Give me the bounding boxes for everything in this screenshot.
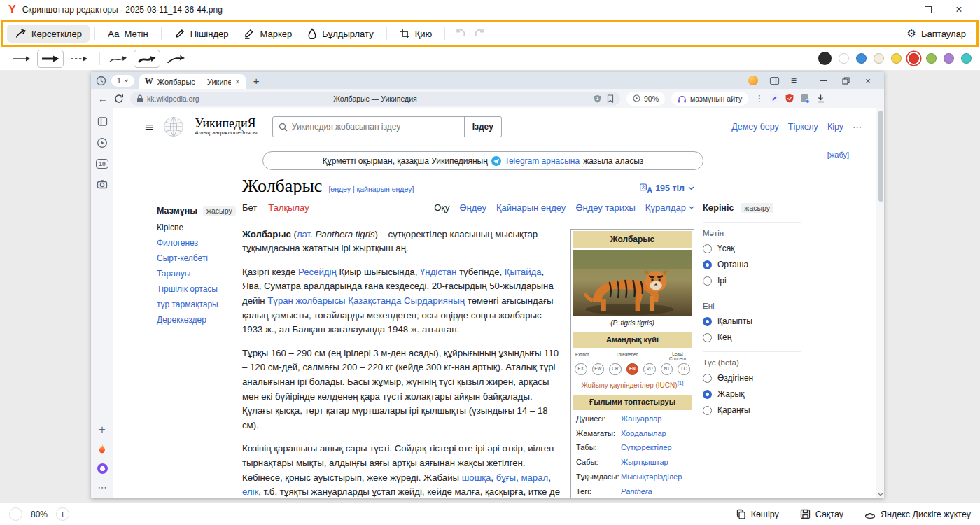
tab-page[interactable]: Бет — [242, 202, 257, 213]
radio-color-auto[interactable]: Өздігінен — [703, 373, 801, 383]
color-swatch-1[interactable] — [839, 53, 849, 64]
tab-close-icon[interactable]: × — [235, 77, 240, 87]
arrow-style-curve-thin[interactable] — [105, 50, 132, 68]
color-swatch-7[interactable] — [944, 53, 954, 64]
tiger-image[interactable] — [573, 250, 692, 316]
toc-item-distribution[interactable]: Таралуы — [157, 269, 242, 279]
tab-read[interactable]: Оқу — [434, 202, 449, 213]
sidebar-add-icon[interactable]: + — [99, 424, 105, 435]
language-selector[interactable]: A 195 тіл — [640, 183, 694, 193]
radio-text-small[interactable]: Ұсақ — [703, 244, 801, 253]
color-swatch-5[interactable] — [909, 53, 919, 64]
undo-button[interactable] — [450, 24, 470, 43]
more-menu-icon[interactable]: ⋮ — [755, 93, 764, 104]
wiki-header-more-icon[interactable]: ⋯ — [853, 122, 862, 132]
color-swatch-2[interactable] — [856, 53, 867, 64]
tab-edit-source[interactable]: Қайнарын өңдеу — [496, 202, 566, 213]
redo-button[interactable] — [470, 24, 489, 43]
sidebar-play-icon[interactable] — [97, 137, 108, 148]
color-swatch-8[interactable] — [961, 53, 972, 64]
scroll-down-icon[interactable] — [876, 493, 884, 496]
read-aloud-button[interactable]: мазмұнын айту — [671, 92, 748, 106]
sidebar-flame-icon[interactable] — [97, 444, 108, 455]
save-button[interactable]: Сақтау — [800, 509, 844, 519]
close-button[interactable]: × — [944, 1, 974, 19]
maximize-button[interactable] — [913, 1, 944, 19]
tool-blur[interactable]: Бұлдырлату — [300, 24, 381, 43]
sidebar-more-icon[interactable]: ⋯ — [98, 482, 107, 493]
sidebar-panels-icon[interactable] — [97, 116, 108, 127]
toc-item-habitat[interactable]: Тіршілік ортасы — [157, 284, 242, 294]
wiki-search-input[interactable] — [292, 122, 460, 132]
tool-shapes[interactable]: Пішіндер — [167, 24, 237, 43]
toc-item-references[interactable]: Дереккөздер — [157, 315, 242, 325]
editor-canvas[interactable]: 1 W Жолбарыс — Уикипед... × + ≡ — [0, 70, 980, 503]
radio-width-wide[interactable]: Кең — [703, 332, 801, 342]
refresh-button[interactable] — [114, 94, 124, 104]
address-bar[interactable]: kk.wikipedia.org Жолбарыс — Уикипедия 1 — [130, 92, 620, 106]
tool-arrows[interactable]: Көрсеткілер — [7, 24, 90, 43]
minimize-button[interactable] — [882, 1, 913, 19]
browser-minimize-button[interactable] — [812, 73, 834, 88]
sidebar-alice-icon[interactable] — [97, 463, 108, 474]
wiki-link-register[interactable]: Тіркелу — [788, 122, 818, 132]
arrow-style-dashed[interactable] — [66, 50, 92, 68]
zoom-in-button[interactable]: + — [56, 507, 69, 521]
extension-adblock-icon[interactable] — [785, 94, 794, 103]
radio-color-dark[interactable]: Қараңғы — [703, 405, 801, 415]
radio-color-light[interactable]: Жарық — [703, 389, 801, 399]
tab-history-clock-icon[interactable] — [96, 76, 106, 86]
wiki-link-donate[interactable]: Демеу беру — [732, 122, 779, 132]
color-swatch-4[interactable] — [891, 53, 902, 64]
upload-to-disk-button[interactable]: Яндекс Дискіге жүктеу — [864, 510, 971, 519]
download-icon[interactable] — [816, 94, 825, 103]
arrow-style-straight-thin[interactable] — [8, 50, 35, 68]
copy-button[interactable]: Көшіру — [736, 509, 779, 519]
iucn-status-link[interactable]: Жойылу қаупіндегілер (IUCN)[1] — [573, 377, 692, 393]
banner-close-link[interactable]: [жабу] — [827, 150, 849, 159]
browser-tab[interactable]: W Жолбарыс — Уикипед... × — [139, 74, 246, 89]
sidebar-tab-count[interactable]: 10 — [96, 159, 108, 169]
article-edit-links[interactable]: [өңдеу | қайнарын өңдеу] — [328, 185, 414, 193]
hamburger-menu-icon[interactable]: ≡ — [144, 120, 154, 134]
tool-crop[interactable]: Қию — [392, 24, 440, 43]
radio-text-large[interactable]: Ірі — [703, 276, 801, 286]
arrow-style-curve-bold[interactable] — [134, 50, 160, 68]
toc-item-appearance[interactable]: Сырт-келбеті — [157, 253, 242, 263]
banner-telegram-link[interactable]: Telegram арнасына — [505, 156, 580, 166]
radio-width-standard[interactable]: Қалыпты — [703, 316, 801, 326]
tab-edit[interactable]: Өңдеу — [459, 202, 486, 213]
arrow-style-straight-bold[interactable] — [37, 50, 64, 68]
arrow-style-swoosh[interactable] — [162, 50, 189, 68]
extension-pencil-icon[interactable] — [770, 94, 779, 103]
tool-marker[interactable]: Маркер — [236, 24, 300, 43]
browser-menu-icon[interactable]: ≡ — [791, 75, 797, 86]
panels-icon[interactable] — [769, 76, 780, 86]
radio-text-standard[interactable]: Орташа — [703, 260, 801, 270]
color-swatch-0[interactable] — [818, 52, 832, 65]
toc-item-phylogenesis[interactable]: Филогенез — [157, 238, 242, 248]
color-swatch-3[interactable] — [874, 53, 884, 64]
appearance-hide-button[interactable]: жасыру — [741, 203, 774, 213]
wikipedia-logo[interactable] — [163, 116, 184, 137]
tracker-shield-icon[interactable]: 1 — [594, 94, 601, 103]
browser-restore-button[interactable] — [834, 73, 857, 88]
tab-counter[interactable]: 1 — [111, 75, 134, 87]
content-scrollbar[interactable] — [876, 108, 884, 498]
settings-button[interactable]: ⚙ Баптаулар — [900, 24, 973, 43]
color-swatch-6[interactable] — [926, 53, 937, 64]
sidebar-camera-icon[interactable] — [97, 179, 108, 189]
toc-item-intro[interactable]: Кіріспе — [157, 223, 242, 232]
tab-discussion[interactable]: Талқылау — [268, 202, 309, 213]
profile-avatar[interactable] — [748, 76, 758, 85]
zoom-indicator[interactable]: 90% — [626, 92, 665, 106]
bookmark-icon[interactable] — [607, 94, 614, 103]
extension-badge-icon[interactable] — [800, 94, 810, 104]
tab-history[interactable]: Өңдеу тарихы — [575, 202, 635, 213]
tab-tools[interactable]: Құралдар — [645, 202, 694, 213]
wiki-link-login[interactable]: Кіру — [827, 122, 844, 132]
toc-hide-button[interactable]: жасыру — [203, 206, 236, 216]
zoom-out-button[interactable]: − — [9, 507, 22, 521]
tool-text[interactable]: Аа Мәтін — [100, 24, 156, 43]
new-tab-button[interactable]: + — [253, 75, 260, 87]
